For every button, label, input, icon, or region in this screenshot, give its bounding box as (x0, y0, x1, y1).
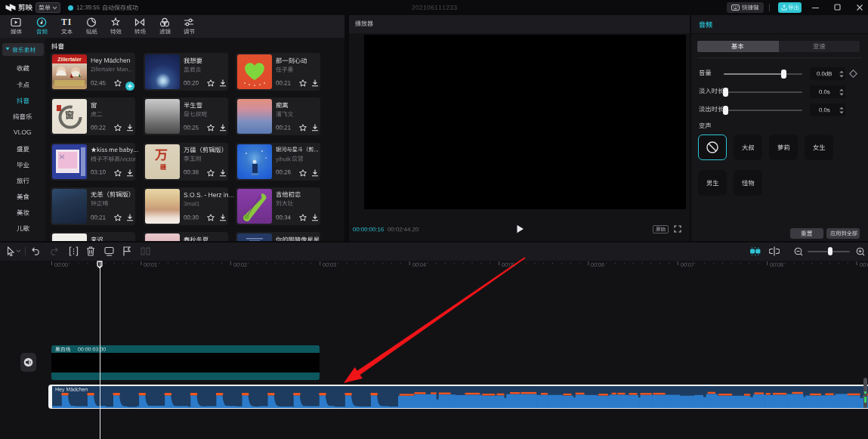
svg-text:Zillertaler: Zillertaler (57, 57, 82, 62)
